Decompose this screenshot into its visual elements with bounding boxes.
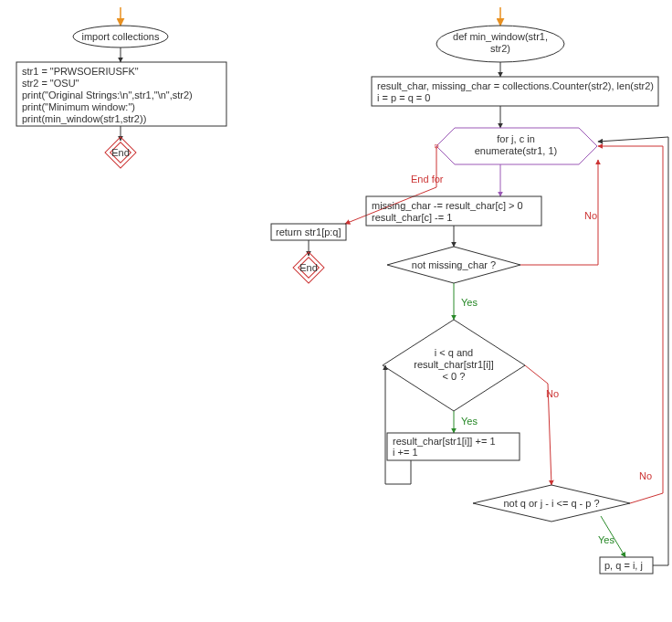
svg-text:str2 = "OSU": str2 = "OSU" — [22, 78, 79, 89]
cond-q-node: not q or j - i <= q - p ? — [473, 485, 630, 522]
inc-node: result_char[str1[i]] += 1 i += 1 — [387, 433, 520, 460]
left-end-node: End — [105, 137, 136, 168]
svg-text:Yes: Yes — [461, 297, 478, 308]
svg-text:enumerate(str1, 1): enumerate(str1, 1) — [475, 145, 557, 156]
return-node: return str1[p:q] — [271, 224, 346, 240]
svg-text:result_char[c] -= 1: result_char[c] -= 1 — [372, 212, 452, 223]
svg-text:No: No — [639, 470, 652, 481]
svg-text:End: End — [111, 147, 130, 158]
left-import-node: import collections — [73, 26, 168, 47]
right-end-node: End — [293, 252, 324, 283]
svg-text:result_char, missing_char = co: result_char, missing_char = collections.… — [377, 80, 654, 91]
assign-node: p, q = i, j — [600, 557, 653, 574]
cond-missing-char-node: not missing_char ? — [387, 247, 520, 283]
svg-text:def min_window(str1,: def min_window(str1, — [453, 31, 548, 42]
svg-text:not q or j - i <= q - p ?: not q or j - i <= q - p ? — [503, 498, 599, 509]
svg-text:Yes: Yes — [461, 416, 478, 427]
svg-text:not missing_char ?: not missing_char ? — [412, 259, 496, 270]
svg-text:for j, c in: for j, c in — [497, 133, 535, 144]
cond-inner-node: i < q and result_char[str1[i]] < 0 ? — [383, 320, 525, 411]
svg-text:result_char[str1[i]] += 1: result_char[str1[i]] += 1 — [393, 436, 496, 447]
svg-text:No: No — [584, 210, 597, 221]
svg-text:print(min_window(str1,str2)): print(min_window(str1,str2)) — [22, 113, 146, 124]
svg-text:missing_char -= result_char[c]: missing_char -= result_char[c] > 0 — [372, 200, 523, 211]
svg-text:print("Minimum window:"): print("Minimum window:") — [22, 101, 135, 112]
svg-text:p, q = i, j: p, q = i, j — [604, 560, 643, 571]
svg-text:str1 = "PRWSOERIUSFK": str1 = "PRWSOERIUSFK" — [22, 66, 139, 77]
loop-body-node: missing_char -= result_char[c] > 0 resul… — [366, 196, 541, 226]
end-for-label: End for — [411, 174, 444, 184]
svg-text:Yes: Yes — [598, 534, 614, 545]
svg-text:return str1[p:q]: return str1[p:q] — [276, 227, 341, 237]
def-min-window-node: def min_window(str1, str2) — [436, 26, 564, 62]
svg-text:i += 1: i += 1 — [393, 447, 418, 458]
svg-text:i < q and: i < q and — [435, 347, 474, 358]
svg-text:str2): str2) — [490, 43, 510, 54]
svg-text:No: No — [546, 388, 559, 399]
init-node: result_char, missing_char = collections.… — [372, 77, 658, 106]
svg-text:print("Original Strings:\n",st: print("Original Strings:\n",str1,"\n",st… — [22, 90, 193, 100]
svg-text:< 0 ?: < 0 ? — [443, 371, 466, 382]
svg-text:i = p = q = 0: i = p = q = 0 — [377, 92, 430, 103]
left-body-node: str1 = "PRWSOERIUSFK" str2 = "OSU" print… — [16, 62, 226, 126]
for-loop-node: for j, c in enumerate(str1, 1) — [436, 128, 597, 164]
left-import-text: import collections — [82, 31, 160, 42]
svg-text:result_char[str1[i]]: result_char[str1[i]] — [414, 359, 493, 370]
svg-text:End: End — [299, 262, 318, 273]
